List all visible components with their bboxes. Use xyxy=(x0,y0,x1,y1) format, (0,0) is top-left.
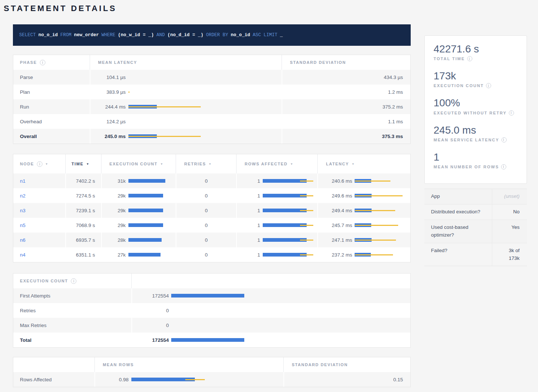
node-execution-count-bar-mean xyxy=(128,238,162,242)
sql-keyword: FROM xyxy=(61,32,72,38)
node-link[interactable]: n3 xyxy=(20,208,25,213)
node-row: n27274.5 s29k01249.6 ms xyxy=(13,188,410,203)
node-rows-affected-bar xyxy=(263,208,313,213)
phase-label: Plan xyxy=(13,85,90,99)
stat-label: EXECUTION COUNTi xyxy=(434,83,518,88)
execution-count-cell: 172554 xyxy=(131,288,410,303)
sql-keyword: ORDER BY xyxy=(206,32,228,38)
details-label: Failed? xyxy=(424,243,492,266)
mean-latency-cell: 245.0 ms xyxy=(90,129,282,144)
details-row: Used cost-based optimizer?Yes xyxy=(424,220,527,243)
execution-count-cell: 172554 xyxy=(131,333,410,347)
node-link[interactable]: n5 xyxy=(20,223,25,228)
time-value: 7274.5 s xyxy=(76,193,95,199)
sql-identifier: _ xyxy=(280,32,283,38)
info-icon[interactable]: i xyxy=(467,56,472,61)
info-icon[interactable]: i xyxy=(71,278,76,284)
node-row: n17402.2 s31k01240.6 ms xyxy=(13,173,410,188)
sql-identifier: (no_w_id = _) xyxy=(118,32,154,38)
node-link[interactable]: n2 xyxy=(20,193,25,199)
execution-count-bar-mean xyxy=(171,294,244,298)
time-cell: 7274.5 s xyxy=(65,188,101,203)
stddev-value: 1.1 ms xyxy=(388,119,403,124)
column-header-mean-latency: MEAN LATENCY xyxy=(90,55,282,70)
execution-count-table: EXECUTION COUNTiFirst Attempts172554Retr… xyxy=(13,273,411,348)
node-execution-count-cell: 29k xyxy=(101,218,176,233)
column-header-rows-affected[interactable]: ROWS AFFECTED▼ xyxy=(236,154,318,173)
column-header-standard-deviation: STANDARD DEVIATION xyxy=(282,55,410,70)
node-row: n46351.1 s27k01237.2 ms xyxy=(13,247,410,262)
phase-row: Overhead124.2 µs1.1 ms xyxy=(13,114,410,129)
column-header-time[interactable]: TIME▼ xyxy=(65,154,101,173)
stat-label: MEAN SERVICE LATENCYi xyxy=(434,137,518,142)
node-latency-cell: 240.6 ms xyxy=(317,173,410,188)
node-execution-count-bar xyxy=(128,179,165,183)
node-rows-affected-cell: 1 xyxy=(236,203,318,218)
column-header-node[interactable]: NODEi▼ xyxy=(13,154,65,173)
node-execution-count-bar xyxy=(128,223,165,227)
details-label: Distributed execution? xyxy=(424,204,492,220)
node-link[interactable]: n6 xyxy=(20,237,25,243)
stat-value: 245.0 ms xyxy=(434,124,518,136)
node-rows-affected-bar-stddev-whisker xyxy=(300,254,313,255)
summary-card: 42271.6 sTOTAL TIMEi173kEXECUTION COUNTi… xyxy=(424,35,527,184)
node-cell: n6 xyxy=(13,233,65,247)
node-execution-count-bar xyxy=(128,193,165,198)
section-header-spacer xyxy=(131,274,410,288)
info-icon[interactable]: i xyxy=(37,161,42,167)
mean-latency-value: 383.9 µs xyxy=(93,89,126,95)
node-rows-affected-bar xyxy=(263,193,313,198)
mean-latency-value: 104.1 µs xyxy=(93,75,126,80)
time-cell: 7402.2 s xyxy=(65,173,101,188)
retries-value: 0 xyxy=(205,237,208,243)
execution-count-header: EXECUTION COUNTi xyxy=(13,274,410,288)
node-table: NODEi▼TIME▼EXECUTION COUNT▼RETRIES▼ROWS … xyxy=(13,154,411,262)
node-latency-value: 240.6 ms xyxy=(321,178,352,184)
node-link[interactable]: n4 xyxy=(20,252,25,258)
node-execution-count-value: 28k xyxy=(105,237,126,243)
stddev-cell: 375.2 ms xyxy=(282,99,410,114)
node-link[interactable]: n1 xyxy=(20,178,25,184)
column-header-execution-count[interactable]: EXECUTION COUNT▼ xyxy=(101,154,176,173)
node-latency-bar xyxy=(355,238,405,242)
retries-value: 0 xyxy=(205,178,208,184)
time-cell: 6935.7 s xyxy=(65,233,101,247)
node-latency-bar xyxy=(355,252,405,257)
sql-identifier: new_order xyxy=(74,32,99,38)
phase-row: Run244.4 ms375.2 ms xyxy=(13,99,410,114)
info-icon[interactable]: i xyxy=(501,137,507,142)
retries-cell: 0 xyxy=(176,173,236,188)
node-rows-affected-bar xyxy=(263,179,313,183)
column-header-latency[interactable]: LATENCY▼ xyxy=(317,154,410,173)
node-latency-value: 249.6 ms xyxy=(321,193,352,199)
node-rows-affected-value: 1 xyxy=(240,237,260,243)
phase-label: Overall xyxy=(13,129,90,144)
details-value: Yes xyxy=(492,220,527,243)
info-icon[interactable]: i xyxy=(501,164,506,169)
execution-count-label: Retries xyxy=(13,303,131,318)
info-icon[interactable]: i xyxy=(509,110,514,116)
execution-count-row: Max Retries0 xyxy=(13,318,410,333)
column-header-label: EXECUTION COUNT xyxy=(110,162,158,166)
column-header-retries[interactable]: RETRIES▼ xyxy=(176,154,236,173)
mean-latency-bar xyxy=(128,75,201,79)
column-header-label: TIME xyxy=(72,162,84,166)
node-execution-count-bar xyxy=(128,238,165,242)
details-row: Failed?3k of 173k xyxy=(424,243,527,266)
node-rows-affected-cell: 1 xyxy=(236,218,318,233)
node-execution-count-cell: 31k xyxy=(101,173,176,188)
info-icon[interactable]: i xyxy=(486,83,491,88)
info-icon[interactable]: i xyxy=(40,60,45,65)
statement-details-table: App(unset)Distributed execution?NoUsed c… xyxy=(424,189,527,267)
retries-value: 0 xyxy=(205,252,208,258)
phase-label: Run xyxy=(13,99,90,114)
node-execution-count-bar-mean xyxy=(128,209,163,212)
column-header-blank xyxy=(13,357,94,372)
sql-identifier: (no_d_id = _) xyxy=(168,32,204,38)
sort-desc-icon: ▼ xyxy=(45,162,48,166)
node-execution-count-cell: 28k xyxy=(101,233,176,247)
column-header-label: MEAN LATENCY xyxy=(98,60,137,65)
node-execution-count-bar xyxy=(128,208,165,213)
column-header-label: MEAN ROWS xyxy=(103,362,134,367)
stddev-value: 375.3 ms xyxy=(382,134,403,139)
